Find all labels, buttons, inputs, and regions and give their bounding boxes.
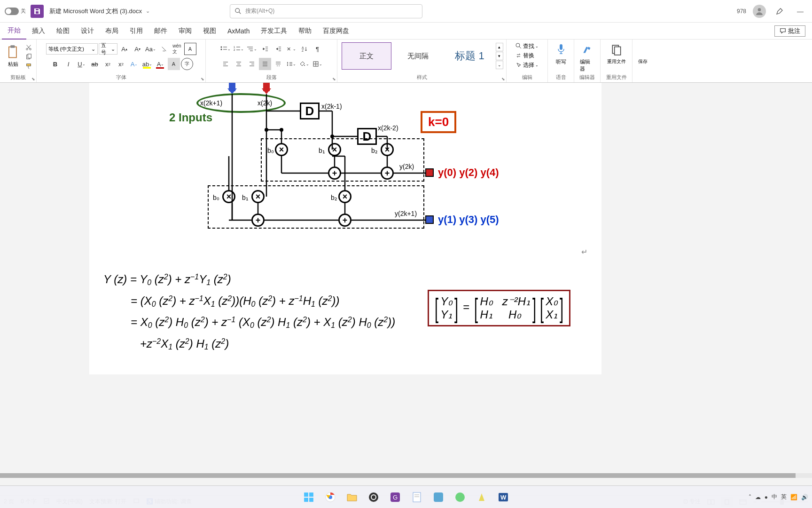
tab-axmath[interactable]: AxMath (222, 23, 255, 40)
increase-indent-button[interactable] (272, 43, 284, 55)
borders-button[interactable]: ⌄ (312, 58, 324, 70)
copy-button[interactable] (23, 53, 34, 61)
subscript-button[interactable]: x2 (102, 58, 114, 70)
tab-review[interactable]: 审阅 (173, 23, 197, 40)
select-button[interactable]: 选择⌄ (515, 60, 539, 70)
pen-icon[interactable] (773, 4, 787, 18)
italic-button[interactable]: I (62, 58, 75, 70)
tab-draw[interactable]: 绘图 (51, 23, 75, 40)
highlight-button[interactable]: ab⌄ (141, 58, 154, 70)
tray-onedrive-icon[interactable]: ☁ (755, 494, 761, 500)
grow-font-button[interactable]: A▴ (118, 43, 131, 55)
editing-group-label: 编辑 (522, 74, 532, 81)
distribute-button[interactable] (272, 58, 284, 70)
app-icon-1[interactable]: G (386, 488, 405, 507)
font-color-button[interactable]: A⌄ (155, 58, 167, 70)
paste-button[interactable]: 粘贴 (3, 41, 23, 71)
format-painter-button[interactable] (23, 62, 34, 71)
tab-references[interactable]: 引用 (124, 23, 148, 40)
search-input[interactable]: 搜索(Alt+Q) (230, 4, 422, 18)
font-expand-icon[interactable]: ⬊ (201, 77, 204, 81)
app-icon-4[interactable] (472, 488, 491, 507)
strikethrough-button[interactable]: ab (89, 58, 101, 70)
style-nospace[interactable]: 无间隔 (393, 42, 443, 70)
tab-insert[interactable]: 插入 (26, 23, 51, 40)
font-size-select[interactable]: 五号⌄ (99, 43, 117, 55)
align-left-button[interactable] (219, 58, 232, 70)
show-marks-button[interactable]: ¶ (312, 43, 324, 55)
app-icon-3[interactable] (451, 488, 469, 507)
paragraph-expand-icon[interactable]: ⬊ (332, 77, 336, 81)
style-expand[interactable]: ⌄ (496, 61, 503, 69)
underline-button[interactable]: U⌄ (76, 58, 88, 70)
bold-button[interactable]: B (49, 58, 62, 70)
font-name-select[interactable]: 等线 (中文正文)⌄ (46, 43, 98, 55)
char-border-button[interactable]: A (184, 43, 196, 55)
search-placeholder: 搜索(Alt+Q) (245, 7, 274, 15)
tray-ime-en[interactable]: 英 (781, 493, 787, 501)
start-button[interactable] (299, 488, 318, 507)
justify-button[interactable] (259, 58, 271, 70)
chrome-icon[interactable] (321, 488, 340, 507)
tray-wifi-icon[interactable]: 📶 (790, 494, 797, 500)
decrease-indent-button[interactable] (259, 43, 271, 55)
sort-button[interactable]: AZ (298, 43, 311, 55)
style-scroll-down[interactable]: ▾ (496, 52, 503, 60)
clear-format-button[interactable] (158, 43, 170, 55)
avatar[interactable] (753, 5, 766, 18)
tab-home[interactable]: 开始 (2, 23, 26, 40)
tab-mailings[interactable]: 邮件 (148, 23, 173, 40)
tray-ime-zh[interactable]: 中 (772, 493, 777, 501)
style-heading1[interactable]: 标题 1 (445, 42, 495, 70)
explorer-icon[interactable] (343, 488, 361, 507)
save-ribbon-button[interactable]: 保存 (632, 41, 653, 66)
line-spacing-button[interactable]: ⌄ (285, 58, 297, 70)
cut-button[interactable] (23, 43, 34, 52)
dictate-button[interactable]: 听写 (551, 41, 571, 66)
align-center-button[interactable] (233, 58, 245, 70)
svg-rect-44 (560, 44, 562, 50)
enclose-char-button[interactable]: 字 (181, 58, 193, 70)
tab-baidupan[interactable]: 百度网盘 (317, 23, 355, 40)
app-icon-2[interactable] (429, 488, 448, 507)
reuse-files-button[interactable]: 重用文件 (604, 41, 629, 66)
obs-icon[interactable] (364, 488, 383, 507)
styles-expand-icon[interactable]: ⬊ (501, 77, 505, 81)
style-normal[interactable]: 正文 (342, 42, 391, 70)
align-right-button[interactable] (246, 58, 258, 70)
tray-expand-icon[interactable]: ˄ (749, 494, 751, 500)
style-scroll-up[interactable]: ▴ (496, 43, 503, 51)
save-icon[interactable] (31, 5, 44, 18)
word-icon[interactable]: W (494, 488, 513, 507)
asian-layout-button[interactable]: ✕⌄ (285, 43, 297, 55)
clipboard-expand-icon[interactable]: ⬊ (31, 77, 35, 81)
change-case-button[interactable]: Aa⌄ (145, 43, 157, 55)
find-button[interactable]: 查找⌄ (515, 41, 539, 51)
bullets-button[interactable]: ⌄ (219, 43, 232, 55)
notepad-icon[interactable] (407, 488, 426, 507)
shading-button[interactable]: ⌄ (298, 58, 311, 70)
tray-volume-icon[interactable]: 🔊 (801, 494, 808, 500)
horizontal-scrollbar[interactable] (0, 473, 812, 478)
tab-view[interactable]: 视图 (197, 23, 222, 40)
tab-help[interactable]: 帮助 (293, 23, 317, 40)
replace-button[interactable]: 替换 (515, 51, 539, 60)
editor-button[interactable]: 编辑器 (577, 41, 598, 73)
tray-app-icon[interactable]: ● (765, 494, 768, 500)
numbering-button[interactable]: 12⌄ (233, 43, 245, 55)
y2kp1-label: y(2k+1) (395, 210, 417, 217)
shrink-font-button[interactable]: A▾ (132, 43, 144, 55)
minimize-button[interactable]: — (793, 4, 807, 18)
tab-layout[interactable]: 布局 (100, 23, 124, 40)
multilevel-list-button[interactable]: ⌄ (246, 43, 258, 55)
tab-developer[interactable]: 开发工具 (255, 23, 293, 40)
superscript-button[interactable]: x2 (115, 58, 127, 70)
tab-design[interactable]: 设计 (75, 23, 100, 40)
doc-title-dropdown-icon[interactable]: ⌄ (146, 8, 150, 14)
comments-button[interactable]: 批注 (774, 25, 805, 37)
autosave-toggle[interactable]: 关 (5, 8, 26, 15)
phonetic-button[interactable]: wén文 (171, 43, 183, 55)
text-effects-button[interactable]: A⌄ (128, 58, 141, 70)
svg-line-1 (239, 12, 241, 14)
char-shading-button[interactable]: A (168, 58, 180, 70)
